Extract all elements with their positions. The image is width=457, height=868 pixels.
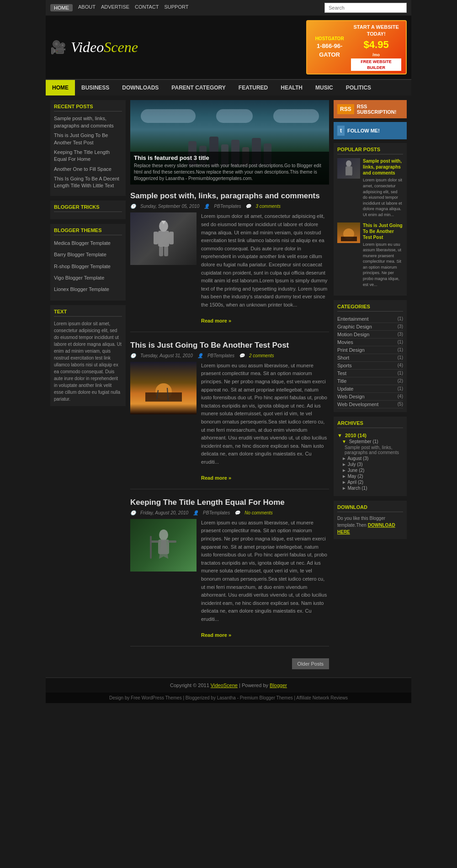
- footer-copyright: Copyright © 2011: [170, 683, 209, 688]
- recent-post-link[interactable]: This is Just Going To Be Another Test Po…: [54, 132, 122, 146]
- popular-post-1-info: Sample post with, links, paragraphs and …: [363, 158, 403, 217]
- archive-month-link[interactable]: June (2): [348, 468, 365, 473]
- category-link-movies[interactable]: Movies: [337, 339, 353, 345]
- category-link-print-design[interactable]: Print Design: [337, 347, 365, 353]
- popular-thumb-1-svg: [341, 160, 357, 177]
- theme-link[interactable]: Barry Blogger Template: [54, 250, 122, 259]
- main-nav-parent-category[interactable]: PARENT CATEGORY: [165, 80, 232, 95]
- main-content: This is featured post 3 title Replace th…: [130, 100, 329, 672]
- recent-post-link[interactable]: Sample post with, links, paragraphs and …: [54, 115, 122, 129]
- category-count: (1): [398, 339, 403, 345]
- list-item: Keeping The Title Length Equal For Home: [54, 149, 122, 163]
- post-2-img-inner: [130, 362, 197, 414]
- post-1-read-more[interactable]: Read more »: [201, 318, 231, 323]
- post-3-comments[interactable]: No comments: [244, 510, 273, 515]
- clock-icon: 🕐: [130, 204, 136, 209]
- main-nav-featured[interactable]: FEATURED: [232, 80, 274, 95]
- svg-rect-9: [145, 392, 182, 402]
- category-link-test[interactable]: Test: [337, 370, 346, 376]
- popular-post-thumb-2: [337, 222, 360, 243]
- main-nav-home[interactable]: HOME: [46, 80, 75, 95]
- post-2-comments[interactable]: 2 comments: [249, 353, 274, 358]
- category-link-sports[interactable]: Sports: [337, 363, 352, 368]
- post-1-author: PBTemplates: [214, 204, 241, 209]
- category-link-update[interactable]: Update: [337, 386, 353, 392]
- main-nav-politics[interactable]: POLITICS: [340, 80, 377, 95]
- cloud-3: [273, 109, 319, 123]
- content-wrap: RECENT POSTS Sample post with, links, pa…: [46, 95, 411, 677]
- post-2-read-more[interactable]: Read more »: [201, 475, 231, 481]
- list-item: Print Design(1): [337, 346, 403, 354]
- archive-month-link[interactable]: September (1): [349, 439, 378, 444]
- main-nav-music[interactable]: MUSIC: [309, 80, 340, 95]
- camera-icon: 🎥: [50, 40, 66, 55]
- post-2: This is Just Going To Be Another Test Po…: [130, 340, 329, 489]
- archive-month-link[interactable]: July (3): [348, 462, 363, 467]
- recent-post-link[interactable]: Another One to Fill Space: [54, 166, 122, 173]
- theme-link[interactable]: Lionex Blogger Template: [54, 285, 122, 294]
- category-link-web-dev[interactable]: Web Development: [337, 402, 378, 407]
- category-link-entertainment[interactable]: Entertainment: [337, 316, 368, 322]
- search-box: [324, 3, 407, 13]
- post-1-title-link[interactable]: Sample post with, links, paragraphs and …: [130, 191, 320, 200]
- archive-month-link[interactable]: March (1): [348, 486, 367, 491]
- download-text: Do you like this Blogger template.Then D…: [337, 515, 403, 535]
- list-item: Update(1): [337, 385, 403, 393]
- archive-year-label[interactable]: ▼ 2010 (14): [337, 433, 403, 438]
- nav-advertise[interactable]: ADVERTISE: [101, 4, 129, 11]
- search-input[interactable]: [324, 3, 407, 13]
- logo-yellow: Scene: [104, 39, 138, 55]
- post-3-title-link[interactable]: Keeping The Title Length Equal For Home: [130, 498, 285, 507]
- footer-blogger-link[interactable]: Blogger: [270, 683, 287, 688]
- nav-contact[interactable]: CONTACT: [135, 4, 159, 11]
- theme-link[interactable]: Medica Blogger Template: [54, 239, 122, 248]
- list-item: Medica Blogger Template: [54, 239, 122, 248]
- list-item: Lionex Blogger Template: [54, 285, 122, 294]
- archive-month-link[interactable]: May (2): [348, 474, 363, 479]
- post-2-title-link[interactable]: This is Just Going To Be Another Test Po…: [130, 341, 289, 349]
- svg-rect-4: [159, 246, 163, 256]
- nav-support[interactable]: SUPPORT: [164, 4, 188, 11]
- category-count: (1): [398, 355, 403, 360]
- hostgator-tagline: START A WEBSITE TODAY!: [351, 24, 401, 38]
- warrior-svg: [145, 527, 182, 563]
- category-count: (4): [398, 363, 403, 368]
- nav-home[interactable]: HOME: [50, 4, 73, 11]
- category-link-web-design[interactable]: Web Design: [337, 394, 365, 399]
- main-nav-health[interactable]: HEALTH: [274, 80, 309, 95]
- blogger-themes-title: BLOGGER THEMES: [54, 228, 122, 235]
- theme-link[interactable]: Vigo Blogger Template: [54, 274, 122, 282]
- older-posts-button[interactable]: Older Posts: [292, 658, 329, 669]
- archive-month-aug: ► August (3): [337, 456, 403, 461]
- slider-image: This is featured post 3 title Replace th…: [130, 100, 329, 185]
- post-2-title: This is Just Going To Be Another Test Po…: [130, 340, 329, 350]
- post-2-date: Tuesday, August 31, 2010: [140, 353, 193, 358]
- list-item: Graphic Design(3): [337, 323, 403, 331]
- category-link-graphic-design[interactable]: Graphic Design: [337, 324, 372, 329]
- post-3-title: Keeping The Title Length Equal For Home: [130, 498, 329, 508]
- recent-post-link[interactable]: This Is Going To Be A Decent Length Titl…: [54, 175, 122, 190]
- category-link-short[interactable]: Short: [337, 355, 349, 360]
- main-nav-downloads[interactable]: DOWNLOADS: [116, 80, 165, 95]
- rss-box[interactable]: RSS RSS SUBSCRIPTION!: [334, 100, 407, 118]
- triangle-right-icon-5: ►: [342, 480, 346, 485]
- nav-about[interactable]: ABOUT: [78, 4, 96, 11]
- person-icon-2: 👤: [197, 353, 203, 358]
- triangle-right-icon-2: ►: [342, 462, 346, 467]
- svg-rect-18: [150, 536, 152, 559]
- hostgator-ad[interactable]: HOSTGATOR 1-866-96-GATOR START A WEBSITE…: [306, 20, 407, 74]
- post-1-comments[interactable]: 3 comments: [255, 204, 280, 209]
- archive-month-link[interactable]: April (2): [347, 480, 363, 485]
- footer-site-link[interactable]: VideoScene: [211, 683, 238, 688]
- follow-box[interactable]: t FOLLOW ME!: [334, 122, 407, 139]
- post-3-read-more[interactable]: Read more »: [201, 632, 231, 638]
- hostgator-phone: 1-866-96-GATOR: [312, 42, 347, 58]
- clock-icon-3: 🕐: [130, 510, 136, 515]
- main-nav-business[interactable]: BUSINESS: [75, 80, 116, 95]
- recent-posts-title: RECENT POSTS: [54, 104, 122, 111]
- category-link-motion-design[interactable]: Motion Design: [337, 332, 369, 337]
- theme-link[interactable]: R-shop Blogger Template: [54, 262, 122, 271]
- recent-post-link[interactable]: Keeping The Title Length Equal For Home: [54, 149, 122, 163]
- category-link-title[interactable]: Title: [337, 378, 346, 384]
- archive-month-link[interactable]: August (3): [347, 456, 368, 461]
